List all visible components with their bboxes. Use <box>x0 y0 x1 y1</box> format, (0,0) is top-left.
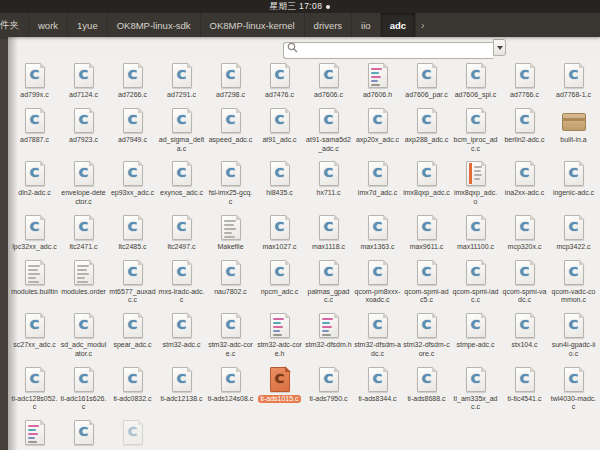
file-item[interactable]: Cep93xx_adc.c <box>108 156 157 210</box>
file-item[interactable]: Cti-adc128s052.c <box>10 362 59 416</box>
file-item[interactable]: Cat91-sama5d2_adc.c <box>304 103 353 157</box>
file-item[interactable]: Cspear_adc.c <box>108 308 157 362</box>
file-item[interactable]: Cltc2497.c <box>157 210 206 255</box>
file-item[interactable]: Csun4i-gpadc-iio.c <box>549 308 598 362</box>
file-item[interactable]: Cfsl-imx25-gcq.c <box>206 156 255 210</box>
file-item[interactable]: Cdln2-adc.c <box>10 156 59 210</box>
file-item[interactable]: Cti_am335x_adc.c <box>451 362 500 416</box>
file-item[interactable]: Cnpcm_adc.c <box>255 255 304 309</box>
file-item[interactable]: Cstm32-adc.c <box>157 308 206 362</box>
file-item[interactable]: modules.builtin <box>10 255 59 309</box>
file-item[interactable]: Cti-ads8344.c <box>353 362 402 416</box>
file-item[interactable]: Cmcp320x.c <box>500 210 549 255</box>
file-item[interactable]: Cmcp3422.c <box>549 210 598 255</box>
file-item[interactable]: Cstx104.c <box>500 308 549 362</box>
file-item[interactable]: Cti-ads1015.c <box>255 362 304 416</box>
file-item[interactable]: Cmxs-lradc-adc.c <box>157 255 206 309</box>
file-item[interactable]: Caxp20x_adc.c <box>353 103 402 157</box>
file-item[interactable]: Cad7266.c <box>108 58 157 103</box>
file-item[interactable]: Cenvelope-detector.c <box>59 156 108 210</box>
file-item[interactable]: ad7606.h <box>353 58 402 103</box>
path-overflow-arrow-icon[interactable]: › <box>416 13 429 37</box>
file-item[interactable]: Cimx7d_adc.c <box>353 156 402 210</box>
file-item[interactable]: Caxp288_adc.c <box>402 103 451 157</box>
file-item[interactable]: Cad7768-1.c <box>549 58 598 103</box>
file-item[interactable]: Cad7606_par.c <box>402 58 451 103</box>
file-item[interactable]: Cti-adc12138.c <box>157 362 206 416</box>
file-item[interactable]: modules.order <box>59 255 108 309</box>
file-item[interactable]: Cltc2485.c <box>108 210 157 255</box>
file-label: ti-adc0832.c <box>113 395 151 404</box>
file-item[interactable]: Cqcom-spmi-iadc.c <box>451 255 500 309</box>
path-item-4[interactable]: OK8MP-linux-kernel <box>201 13 305 37</box>
file-item[interactable]: Cltc2471.c <box>59 210 108 255</box>
file-item[interactable]: Cstm32-dfsdm-adc.c <box>353 308 402 362</box>
file-item[interactable]: Cti-ads124s08.c <box>206 362 255 416</box>
file-item[interactable]: Csc27xx_adc.c <box>10 308 59 362</box>
file-item[interactable]: stm32-adc-core.h <box>255 308 304 362</box>
file-item[interactable]: Cstmpe-adc.c <box>451 308 500 362</box>
file-item[interactable]: Cad7766.c <box>500 58 549 103</box>
search-input[interactable] <box>283 42 493 59</box>
file-item[interactable]: Cad7124.c <box>59 58 108 103</box>
file-item[interactable]: Chx711.c <box>304 156 353 210</box>
file-item[interactable]: Clpc32xx_adc.c <box>10 210 59 255</box>
file-item[interactable]: Cti-tlc4541.c <box>500 362 549 416</box>
file-item[interactable]: Cmax1027.c <box>255 210 304 255</box>
path-item-2[interactable]: 1yue <box>68 13 108 37</box>
file-item[interactable]: Cad799x.c <box>10 58 59 103</box>
file-item[interactable]: Cstm32-dfsdm-core.c <box>402 308 451 362</box>
file-item[interactable]: stm32-dfsdm.h <box>304 308 353 362</box>
file-item[interactable]: Cina2xx-adc.c <box>500 156 549 210</box>
file-item[interactable]: Cad7476.c <box>255 58 304 103</box>
c-file-icon: C <box>417 260 437 285</box>
file-item[interactable]: Cmax1363.c <box>353 210 402 255</box>
file-item[interactable]: Csd_adc_modulator.c <box>59 308 108 362</box>
file-item[interactable]: Cad7887.c <box>10 103 59 157</box>
file-item[interactable]: Cqcom-pm8xxx-xoadc.c <box>353 255 402 309</box>
file-item[interactable]: Cti-ads8688.c <box>402 362 451 416</box>
file-item[interactable]: Cmax1118.c <box>304 210 353 255</box>
path-item-5[interactable]: drivers <box>305 13 353 37</box>
file-item[interactable]: Cti-ads7950.c <box>304 362 353 416</box>
file-item[interactable]: Cad7606_spi.c <box>451 58 500 103</box>
file-item[interactable]: built-in.a <box>549 103 598 157</box>
file-item[interactable]: Cqcom-vadc-common.c <box>549 255 598 309</box>
file-item[interactable]: Cat91_adc.c <box>255 103 304 157</box>
file-item[interactable]: Ctwl4030-madc.c <box>549 362 598 416</box>
search-dropdown-button[interactable] <box>493 39 506 56</box>
file-item[interactable]: Cnau7802.c <box>206 255 255 309</box>
path-item-3[interactable]: OK8MP-linux-sdk <box>108 13 201 37</box>
file-item[interactable]: Cti-adc0832.c <box>108 362 157 416</box>
file-item[interactable]: Cpalmas_gpadc.c <box>304 255 353 309</box>
file-item[interactable]: Chi8435.c <box>255 156 304 210</box>
file-item[interactable]: Cexynos_adc.c <box>157 156 206 210</box>
file-item[interactable]: C <box>59 415 108 448</box>
file-item[interactable]: Cstm32-adc-core.c <box>206 308 255 362</box>
file-item[interactable]: Cmax11100.c <box>451 210 500 255</box>
file-item[interactable]: Cad7606.c <box>304 58 353 103</box>
file-item[interactable]: Cbcm_iproc_adc.c <box>451 103 500 157</box>
file-item[interactable]: Cqcom-spmi-vadc.c <box>500 255 549 309</box>
file-item[interactable]: imx8qxp_adc.o <box>451 156 500 210</box>
path-item-7[interactable]: adc <box>381 13 416 37</box>
file-item[interactable]: Cmax9611.c <box>402 210 451 255</box>
file-item[interactable]: Caspeed_adc.c <box>206 103 255 157</box>
file-item[interactable] <box>10 415 59 448</box>
file-item[interactable]: Cti-adc161s626.c <box>59 362 108 416</box>
file-item[interactable]: Cingenic-adc.c <box>549 156 598 210</box>
file-item[interactable]: Makefile <box>206 210 255 255</box>
file-item[interactable]: Cad7291.c <box>157 58 206 103</box>
file-item[interactable]: Cqcom-spmi-adc5.c <box>402 255 451 309</box>
file-item[interactable]: Cad7923.c <box>59 103 108 157</box>
file-item[interactable]: Cad7949.c <box>108 103 157 157</box>
file-item[interactable]: Cberlin2-adc.c <box>500 103 549 157</box>
file-item[interactable]: Cad_sigma_delta.c <box>157 103 206 157</box>
file-item[interactable]: Cad7298.c <box>206 58 255 103</box>
file-item[interactable]: C <box>108 415 157 448</box>
path-item-0[interactable]: 件夹 <box>0 13 29 37</box>
file-item[interactable]: Cimx8qxp_adc.c <box>402 156 451 210</box>
path-item-6[interactable]: iio <box>352 13 381 37</box>
path-item-1[interactable]: work <box>29 13 68 37</box>
file-item[interactable]: Cmt6577_auxadc.c <box>108 255 157 309</box>
